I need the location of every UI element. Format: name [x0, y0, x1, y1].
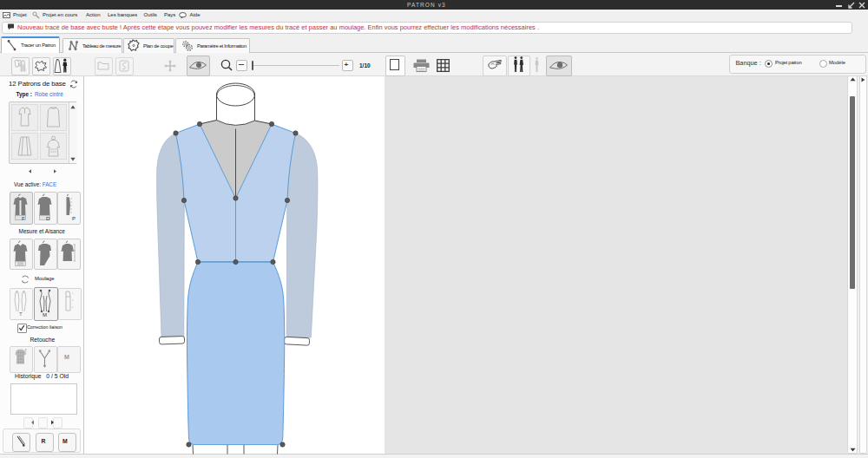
svg-text:P: P [72, 216, 76, 221]
svg-text:D: D [46, 216, 50, 221]
svg-text:M: M [43, 312, 47, 317]
svg-text:F: F [22, 216, 25, 221]
svg-text:T: T [19, 311, 23, 317]
